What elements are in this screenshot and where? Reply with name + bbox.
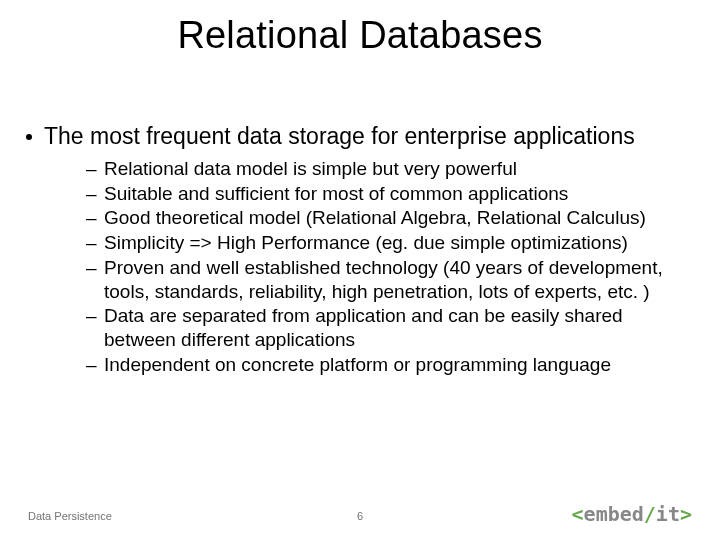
bullet-level2-text: Suitable and sufficient for most of comm… xyxy=(104,182,568,206)
logo-it: it xyxy=(656,502,680,526)
slide: Relational Databases The most frequent d… xyxy=(0,0,720,540)
bullet-level2: – Proven and well established technology… xyxy=(86,256,690,304)
slide-title: Relational Databases xyxy=(0,14,720,57)
bullet-dot-icon xyxy=(26,134,32,140)
dash-icon: – xyxy=(86,231,104,255)
logo-name: embed xyxy=(584,502,644,526)
bullet-level2-list: – Relational data model is simple but ve… xyxy=(26,157,690,377)
bullet-level2: – Simplicity => High Performance (eg. du… xyxy=(86,231,690,255)
bullet-level2-text: Good theoretical model (Relational Algeb… xyxy=(104,206,646,230)
embedit-logo: <embed/it> xyxy=(572,502,692,526)
dash-icon: – xyxy=(86,206,104,230)
bullet-level2: – Good theoretical model (Relational Alg… xyxy=(86,206,690,230)
dash-icon: – xyxy=(86,353,104,377)
bullet-level2-text: Relational data model is simple but very… xyxy=(104,157,517,181)
logo-gt: > xyxy=(680,502,692,526)
dash-icon: – xyxy=(86,182,104,206)
bullet-level2: – Suitable and sufficient for most of co… xyxy=(86,182,690,206)
bullet-level2: – Independent on concrete platform or pr… xyxy=(86,353,690,377)
footer-left-text: Data Persistence xyxy=(28,510,112,522)
bullet-level1-text: The most frequent data storage for enter… xyxy=(44,122,635,151)
bullet-level2: – Data are separated from application an… xyxy=(86,304,690,352)
page-number: 6 xyxy=(357,510,363,522)
slide-footer: Data Persistence 6 <embed/it> xyxy=(28,498,692,522)
bullet-level1: The most frequent data storage for enter… xyxy=(26,122,690,151)
logo-lt: < xyxy=(572,502,584,526)
bullet-level2-text: Data are separated from application and … xyxy=(104,304,690,352)
slide-body: The most frequent data storage for enter… xyxy=(26,122,690,378)
bullet-level2-text: Simplicity => High Performance (eg. due … xyxy=(104,231,628,255)
dash-icon: – xyxy=(86,304,104,328)
bullet-level2-text: Independent on concrete platform or prog… xyxy=(104,353,611,377)
dash-icon: – xyxy=(86,157,104,181)
bullet-level2: – Relational data model is simple but ve… xyxy=(86,157,690,181)
dash-icon: – xyxy=(86,256,104,280)
logo-slash: / xyxy=(644,502,656,526)
bullet-level2-text: Proven and well established technology (… xyxy=(104,256,690,304)
